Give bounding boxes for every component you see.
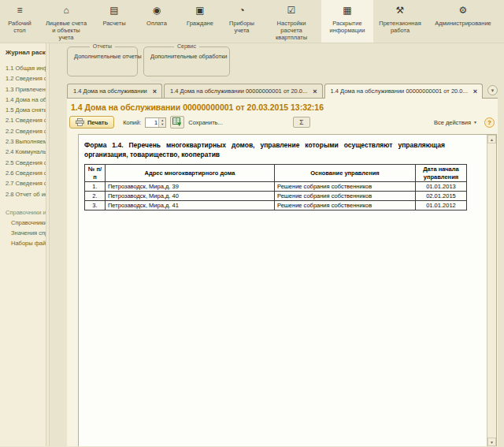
sidebar-section-directories: Справочники и нас...	[6, 209, 44, 216]
sidebar-item-1-4[interactable]: 1.4 Дома на обслуживании	[6, 95, 44, 105]
copies-label: Копий:	[123, 119, 141, 126]
scroll-up-icon[interactable]: ▲	[487, 135, 496, 143]
nav-section-calculations[interactable]: ▤ Расчеты	[93, 0, 135, 43]
cell-number: 1.	[84, 182, 105, 192]
additional-processors-link[interactable]: Дополнительные обработки	[150, 53, 223, 60]
briefcase-icon: ▣	[195, 5, 204, 17]
sidebar-item-1-1[interactable]: 1.1 Общая информация	[6, 63, 44, 73]
copies-value[interactable]: 1	[146, 118, 158, 127]
sidebar-item-2-4[interactable]: 2.4 Коммунальные услуги ...	[6, 147, 44, 157]
nav-section-label: Администрирование	[435, 20, 491, 27]
top-nav-bar: ≡ Рабочий стол ⌂ Лицевые счета и объекты…	[0, 0, 504, 43]
cell-address: Петрозаводск, Мира,д. 41	[105, 201, 274, 210]
help-button[interactable]: ?	[484, 117, 495, 128]
scroll-down-icon[interactable]: ▼	[487, 438, 496, 446]
report-toolbar: Печать Копий: 1 ▲ ▼	[67, 114, 498, 132]
nav-section-label: Расчеты	[102, 20, 125, 27]
tab-houses-list[interactable]: 1.4 Дома на обслуживании ×	[67, 84, 162, 98]
desktop-icon: ≡	[17, 5, 22, 17]
cell-basis: Решение собрания собственников	[274, 192, 415, 201]
cell-basis: Решение собрания собственников	[274, 182, 415, 192]
sidebar-item-directory-values[interactable]: Значения справочников ...	[6, 228, 44, 238]
vertical-scrollbar[interactable]: ▲ ▼	[487, 135, 496, 446]
reports-panel-title: Отчеты	[90, 43, 115, 49]
nav-section-disclosure[interactable]: ▦ Раскрытие информации	[321, 0, 373, 43]
nav-section-label: Настройки расчета квартплаты	[266, 20, 317, 41]
sidebar-item-2-8[interactable]: 2.8 Отчет об исполнении д...	[6, 189, 44, 199]
cell-address: Петрозаводск, Мира,д. 39	[105, 182, 274, 192]
print-button[interactable]: Печать	[69, 116, 114, 129]
nav-section-label: Оплата	[146, 20, 167, 27]
cell-number: 3.	[84, 201, 105, 210]
additional-reports-link[interactable]: Дополнительные отчеты	[74, 53, 131, 60]
nav-section-rent-settings[interactable]: ☑ Настройки расчета квартплаты	[261, 0, 321, 43]
nav-section-meters[interactable]: ◔ Приборы учета	[222, 0, 261, 43]
nav-section-citizens[interactable]: ▣ Граждане	[178, 0, 222, 43]
sidebar-item-2-2[interactable]: 2.2 Сведения об основных ...	[6, 126, 44, 136]
printer-icon	[76, 118, 84, 126]
tab-list-dropdown-button[interactable]: ▼	[487, 85, 498, 95]
sidebar-item-2-6[interactable]: 2.6 Сведения о капитально...	[6, 168, 44, 178]
save-file-button[interactable]	[170, 116, 184, 129]
gauge-icon: ◔	[239, 5, 244, 17]
sum-button[interactable]: Σ	[293, 117, 310, 128]
save-button-label[interactable]: Сохранить...	[188, 119, 223, 126]
header-number: № п/п	[84, 165, 105, 182]
cell-basis: Решение собрания собственников	[274, 201, 415, 210]
table-row: 1. Петрозаводск, Мира,д. 39 Решение собр…	[84, 182, 466, 192]
report-content-pane: 1.4 Дома на обслуживании 00000000001 от …	[67, 98, 498, 446]
header-basis: Основание управления	[274, 165, 415, 182]
command-panels: Отчеты Дополнительные отчеты Сервис Допо…	[67, 47, 498, 78]
navigation-sidebar: Журнал раскрытие ин... 1.1 Общая информа…	[0, 43, 46, 446]
table-row: 3. Петрозаводск, Мира,д. 41 Решение собр…	[84, 201, 466, 210]
table-header-row: № п/п Адрес многоквартирного дома Основа…	[84, 165, 466, 182]
close-icon[interactable]: ×	[473, 88, 477, 95]
nav-section-label: Граждане	[187, 20, 213, 27]
all-actions-button[interactable]: Все действия ▼	[434, 119, 477, 126]
header-start-date: Дата начала управления	[415, 165, 466, 182]
sidebar-item-2-7[interactable]: 2.7 Сведения о проведенн...	[6, 178, 44, 188]
main-area: Отчеты Дополнительные отчеты Сервис Допо…	[50, 43, 504, 446]
nav-section-label: Лицевые счета и объекты учета	[44, 20, 88, 41]
close-icon[interactable]: ×	[153, 88, 157, 95]
main-body: Журнал раскрытие ин... 1.1 Общая информа…	[0, 43, 504, 446]
report-title: 1.4 Дома на обслуживании 00000000001 от …	[67, 99, 498, 114]
gavel-icon: ⚒	[396, 5, 405, 17]
nav-section-label: Приборы учета	[227, 20, 257, 34]
sidebar-item-2-5[interactable]: 2.5 Сведения об использов...	[6, 158, 44, 168]
spreadsheet-body: Форма 1.4. Перечень многоквартирных домо…	[79, 135, 487, 446]
coin-icon: ◉	[153, 5, 161, 17]
nav-section-claims[interactable]: ⚒ Претензионная работа	[373, 0, 427, 43]
reports-panel: Отчеты Дополнительные отчеты	[67, 47, 138, 76]
nav-section-administration[interactable]: ⚙ Администрирование	[427, 0, 499, 43]
application-window: ≡ Рабочий стол ⌂ Лицевые счета и объекты…	[0, 0, 504, 447]
nav-section-payment[interactable]: ◉ Оплата	[135, 0, 178, 43]
sidebar-item-1-2[interactable]: 1.2 Сведения об основных ...	[6, 73, 44, 84]
sidebar-item-disclosure-directories[interactable]: Справочники раскрытия ...	[6, 218, 44, 228]
nav-section-label: Рабочий стол	[5, 20, 35, 34]
sidebar-item-2-1[interactable]: 2.1 Сведения о многокварт...	[6, 115, 44, 125]
tab-houses-doc-1[interactable]: 1.4 Дома на обслуживании 00000000001 от …	[164, 84, 322, 98]
service-panel-title: Сервис	[174, 43, 199, 49]
cell-date: 01.01.2013	[415, 182, 466, 192]
grip-dots-icon: ·····	[152, 79, 164, 82]
spin-down-icon[interactable]: ▼	[159, 122, 165, 127]
print-button-label: Печать	[87, 119, 108, 126]
nav-section-desktop[interactable]: ≡ Рабочий стол	[0, 0, 39, 43]
nav-section-accounts[interactable]: ⌂ Лицевые счета и объекты учета	[39, 0, 93, 43]
service-panel: Сервис Дополнительные обработки	[143, 47, 230, 76]
tab-bar: 1.4 Дома на обслуживании × 1.4 Дома на о…	[67, 83, 498, 98]
copies-stepper[interactable]: 1 ▲ ▼	[145, 117, 166, 128]
nav-section-label: Претензионная работа	[378, 20, 422, 34]
sidebar-item-1-5[interactable]: 1.5 Дома снятые с обслуж...	[6, 105, 44, 115]
cell-date: 01.01.2012	[415, 201, 466, 210]
sidebar-item-file-sets[interactable]: Наборы файлов	[6, 238, 44, 248]
header-address: Адрес многоквартирного дома	[105, 165, 274, 182]
excel-save-icon	[172, 117, 182, 127]
sidebar-item-2-3[interactable]: 2.3 Выполняемые работы ...	[6, 136, 44, 147]
sidebar-journal-header[interactable]: Журнал раскрытие ин...	[6, 49, 44, 56]
tab-houses-doc-2[interactable]: 1.4 Дома на обслуживании 00000000001 от …	[324, 84, 483, 99]
sidebar-item-1-3[interactable]: 1.3 Привлечение к админи...	[6, 84, 44, 95]
tab-label: 1.4 Дома на обслуживании 00000000001 от …	[170, 88, 307, 95]
close-icon[interactable]: ×	[313, 88, 317, 95]
